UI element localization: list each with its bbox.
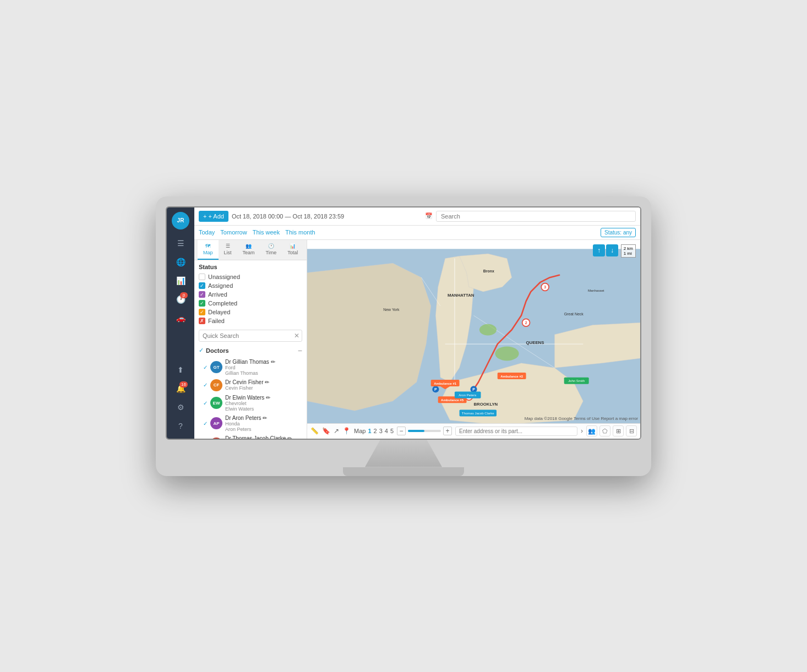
doctor-full-name: Dr Cevin Fisher ✏: [225, 379, 302, 385]
doctor-item[interactable]: ✓ AP Dr Aron Peters ✏ Honda Aron Peters: [199, 413, 302, 434]
search-input[interactable]: [436, 211, 636, 222]
address-input[interactable]: [455, 427, 577, 436]
map-pentagon-tool[interactable]: ⬠: [599, 425, 610, 436]
map-share-icon[interactable]: ↗: [334, 427, 339, 435]
doctor-label: Gillian Thomas: [225, 370, 302, 376]
tab-list[interactable]: ☰ List: [219, 240, 237, 260]
map-area[interactable]: MANHATTAN Bronx QUEENS BROOKLYN New York…: [307, 240, 640, 439]
doctor-item[interactable]: ✓ CF Dr Cevin Fisher ✏ Cevin Fisher: [199, 378, 302, 393]
doctor-full-name: Dr Gillian Thomas ✏: [225, 359, 302, 365]
nav-arrow-down[interactable]: ↓: [606, 244, 618, 256]
tab-time[interactable]: 🕐 Time: [260, 240, 282, 260]
map-people-tool[interactable]: 👥: [586, 425, 597, 436]
svg-text:BROOKLYN: BROOKLYN: [474, 402, 498, 407]
completed-label: Completed: [208, 300, 237, 307]
status-badge[interactable]: Status: any: [601, 228, 636, 237]
map-ruler-icon[interactable]: 📏: [310, 427, 319, 435]
tab-total[interactable]: 📊 Total: [282, 240, 303, 260]
calendar-icon[interactable]: 📅: [425, 212, 433, 220]
doctor-vehicle: Chevrolet: [225, 401, 302, 406]
nav-signout-icon[interactable]: ⬆: [172, 362, 189, 378]
map-pin-icon[interactable]: 📍: [342, 427, 351, 435]
nav-globe-icon[interactable]: 🌐: [172, 254, 189, 270]
nav-bell-icon[interactable]: 🔔 16: [172, 380, 189, 397]
svg-point-10: [495, 346, 519, 360]
status-arrived[interactable]: ✓ Arrived: [199, 290, 302, 299]
map-page-2[interactable]: 2: [374, 428, 377, 434]
address-search-icon[interactable]: ›: [581, 427, 583, 435]
svg-text:P: P: [434, 387, 437, 391]
tab-team[interactable]: 👥 Team: [237, 240, 260, 260]
quick-search-container: ✕: [199, 330, 302, 342]
nav-help-icon[interactable]: ?: [172, 418, 189, 434]
map-svg: MANHATTAN Bronx QUEENS BROOKLYN New York…: [307, 240, 640, 439]
map-attribution: Map data ©2018 Google Terms of Use Repor…: [525, 416, 638, 421]
unassigned-label: Unassigned: [208, 274, 240, 280]
add-button[interactable]: + + Add: [199, 211, 228, 222]
arrived-label: Arrived: [208, 291, 227, 298]
map-page-5[interactable]: 5: [390, 428, 394, 434]
arrived-checkbox[interactable]: ✓: [199, 291, 205, 298]
svg-text:P: P: [472, 387, 475, 391]
map-pages: Map 1 2 3 4 5: [354, 428, 394, 434]
assigned-label: Assigned: [208, 282, 233, 289]
svg-text:Ambulance #2: Ambulance #2: [500, 374, 524, 378]
doctor-check-icon: ✓: [203, 420, 208, 427]
doctor-check-icon: ✓: [203, 364, 208, 370]
doctors-section: ✓ Doctors − ✓ GT Dr Gillian Thomas ✏: [199, 344, 302, 439]
map-page-3[interactable]: 3: [379, 428, 383, 434]
map-page-1[interactable]: 1: [368, 428, 371, 434]
svg-text:John Smith: John Smith: [568, 379, 585, 383]
map-scale: 2 km 1 mi: [621, 244, 636, 258]
assigned-checkbox[interactable]: ✓: [199, 282, 205, 289]
status-assigned[interactable]: ✓ Assigned: [199, 281, 302, 290]
delayed-checkbox[interactable]: ✓: [199, 309, 205, 315]
map-page-4[interactable]: 4: [385, 428, 388, 434]
doctor-full-name: Dr Aron Peters ✏: [225, 415, 302, 421]
map-bookmark-icon[interactable]: 🔖: [322, 427, 330, 435]
nav-menu-icon[interactable]: ☰: [172, 235, 189, 252]
doctor-sub: Cevin Fisher: [225, 385, 302, 391]
status-unassigned[interactable]: Unassigned: [199, 272, 302, 281]
svg-text:Great Neck: Great Neck: [564, 312, 584, 316]
tab-map[interactable]: 🗺 Map: [198, 240, 219, 260]
failed-checkbox[interactable]: ✗: [199, 318, 205, 324]
status-failed[interactable]: ✗ Failed: [199, 316, 302, 325]
doctors-check-icon: ✓: [199, 347, 204, 354]
doctor-item[interactable]: ✓ EW Dr Elwin Waters ✏ Chevrolet Elwin W…: [199, 393, 302, 413]
doctor-full-name: Dr Thomas Jacob Clarke ✏: [225, 435, 302, 439]
user-avatar[interactable]: JR: [172, 212, 189, 230]
doctors-collapse-icon[interactable]: −: [298, 346, 302, 355]
tomorrow-link[interactable]: Tomorrow: [220, 229, 247, 236]
doctor-check-icon: ✓: [203, 382, 208, 388]
unassigned-checkbox[interactable]: [199, 274, 205, 280]
doctor-avatar: AP: [210, 417, 222, 429]
zoom-slider[interactable]: [408, 430, 441, 432]
nav-chart-icon[interactable]: 📊: [172, 272, 189, 289]
this-month-link[interactable]: This month: [285, 229, 315, 236]
svg-text:Ambulance #5: Ambulance #5: [441, 398, 464, 401]
svg-text:Ambulance #1: Ambulance #1: [434, 381, 457, 385]
nav-settings-icon[interactable]: ⚙: [172, 399, 189, 416]
svg-text:Aron Peters: Aron Peters: [459, 394, 476, 397]
doctor-item[interactable]: ✓ GT Dr Gillian Thomas ✏ Ford Gillian Th…: [199, 357, 302, 378]
map-label: Map: [354, 428, 366, 434]
nav-clock-icon[interactable]: 🕐 β: [172, 291, 189, 308]
doctor-item[interactable]: ✓ TC Dr Thomas Jacob Clarke ✏ Nissan Tho…: [199, 434, 302, 439]
this-week-link[interactable]: This week: [253, 229, 280, 236]
map-grid-tool[interactable]: ⊟: [626, 425, 637, 436]
quick-search-input[interactable]: [199, 330, 302, 342]
completed-checkbox[interactable]: ✓: [199, 300, 205, 307]
doctor-avatar: TC: [210, 438, 222, 439]
nav-car-icon[interactable]: 🚗: [172, 310, 189, 326]
status-completed[interactable]: ✓ Completed: [199, 299, 302, 308]
svg-text:Bronx: Bronx: [483, 269, 494, 273]
zoom-out-button[interactable]: −: [397, 427, 406, 435]
map-layers-tool[interactable]: ⊞: [613, 425, 624, 436]
zoom-in-button[interactable]: +: [443, 427, 452, 435]
today-link[interactable]: Today: [199, 229, 215, 236]
quick-search-clear[interactable]: ✕: [294, 332, 299, 340]
doctors-header[interactable]: ✓ Doctors −: [199, 344, 302, 357]
nav-arrow-up[interactable]: ↑: [593, 244, 605, 256]
status-delayed[interactable]: ✓ Delayed: [199, 308, 302, 316]
